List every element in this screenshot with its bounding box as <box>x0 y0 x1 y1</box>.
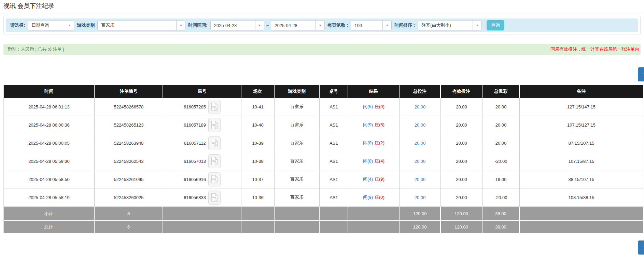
total-bet-link[interactable]: 20.00 <box>415 141 426 146</box>
total-total-bet: 120.00 <box>400 221 441 233</box>
subtotal-total-bet: 120.00 <box>400 207 441 220</box>
page-size-label: 每页笔数 : <box>327 22 348 28</box>
video-replay-button[interactable] <box>208 154 221 168</box>
col-header-session: 场次 <box>241 85 275 98</box>
round-number-cell: 616057013 <box>163 152 241 170</box>
total-bet-link[interactable]: 20.00 <box>415 104 426 109</box>
valid-bet: 20.00 <box>441 116 482 134</box>
game-category: 百家乐 <box>275 170 320 188</box>
round-number-cell: 616057285 <box>163 98 241 116</box>
remark: 108.15/88.15 <box>520 188 643 206</box>
game-category: 百家乐 <box>275 134 320 152</box>
video-replay-button[interactable] <box>208 100 221 114</box>
summary-bar: 币别：人民币 | 总共 :6 注单 | 同局有效投注，统一计算在该局第一张注单内 <box>3 44 641 55</box>
result-player: 闲(9) <box>363 122 373 128</box>
col-header-total-bet: 总投注 <box>400 85 441 98</box>
table-number: AS1 <box>320 170 348 188</box>
total-label: 总计 <box>4 221 95 233</box>
total-bet-link[interactable]: 20.00 <box>415 159 426 164</box>
pagination-page-1-bottom[interactable]: 1 <box>638 240 644 255</box>
payout: -20.00 <box>482 152 520 170</box>
table-number: AS1 <box>320 116 348 134</box>
bet-time: 2025-04-28 06:01:13 <box>4 98 95 116</box>
table-body: 2025-04-28 06:01:13 522458266578 6160572… <box>4 98 643 207</box>
session-number: 10-40 <box>241 116 275 134</box>
video-file-icon <box>211 175 218 184</box>
filter-panel: 请选择: 日期查询 游戏类别 百家乐 时间区间: 2025-04-28 ~ 20… <box>3 16 641 35</box>
remark: 87.15/107.15 <box>520 134 643 152</box>
result-banker: 庄(0) <box>375 194 384 200</box>
video-replay-button[interactable] <box>208 191 221 205</box>
time-order-label: 时间排序 : <box>394 22 415 28</box>
remark: 107.15/87.15 <box>520 152 643 170</box>
round-number-cell: 616057189 <box>163 116 241 134</box>
chevron-down-icon <box>255 21 264 30</box>
round-number: 616057013 <box>184 159 206 164</box>
chevron-down-icon <box>176 21 185 30</box>
total-count: 6 <box>95 221 163 233</box>
round-number-cell: 616056916 <box>163 170 241 188</box>
video-file-icon <box>211 102 218 111</box>
result-banker: 庄(4) <box>375 158 384 164</box>
remark: 127.15/147.15 <box>520 98 643 116</box>
subtotal-row: 小计 6 120.00 120.00 39.00 <box>4 207 643 220</box>
bet-number: 522458261095 <box>95 170 163 188</box>
time-order-value: 降幂(由大到小) <box>418 22 473 28</box>
video-replay-button[interactable] <box>208 136 221 150</box>
col-header-remark: 备注 <box>520 85 643 98</box>
game-category-label: 游戏类别 <box>77 22 95 28</box>
date-to-value: 2025-04-28 <box>271 23 316 28</box>
date-from-select[interactable]: 2025-04-28 <box>210 20 264 30</box>
table-row: 2025-04-28 06:00:05 522458263948 6160571… <box>4 134 643 152</box>
video-file-icon <box>211 193 218 202</box>
bet-number: 522458263948 <box>95 134 163 152</box>
game-result: 闲(4) 庄(9) <box>348 170 400 188</box>
valid-bet: 20.00 <box>441 170 482 188</box>
result-player: 闲(5) <box>363 104 373 110</box>
total-bet-link[interactable]: 20.00 <box>415 177 426 182</box>
table-number: AS1 <box>320 98 348 116</box>
payout: 20.00 <box>482 98 520 116</box>
bet-time: 2025-04-28 06:00:36 <box>4 116 95 134</box>
total-bet-link[interactable]: 20.00 <box>415 122 426 128</box>
col-header-table-no: 桌号 <box>320 85 348 98</box>
session-number: 10-41 <box>241 98 275 116</box>
game-category-select[interactable]: 百家乐 <box>97 20 185 30</box>
video-file-icon <box>211 157 218 166</box>
session-number: 10-37 <box>241 170 275 188</box>
currency-total-text: 币别：人民币 | 总共 :6 注单 | <box>8 46 64 52</box>
valid-bet: 20.00 <box>441 98 482 116</box>
search-button[interactable]: 查询 <box>487 20 504 30</box>
round-number: 616056916 <box>184 177 206 182</box>
total-valid-bet: 120.00 <box>441 221 482 233</box>
total-bet-link[interactable]: 20.00 <box>415 195 426 200</box>
time-order-select[interactable]: 降幂(由大到小) <box>418 20 482 30</box>
time-range-label: 时间区间: <box>188 22 207 28</box>
valid-bet: 20.00 <box>441 152 482 170</box>
page-size-value: 100 <box>351 23 382 28</box>
round-number: 616057189 <box>184 122 206 128</box>
page-size-select[interactable]: 100 <box>351 20 392 30</box>
table-row: 2025-04-28 05:58:19 522458260025 6160568… <box>4 188 643 207</box>
col-header-round-no: 局号 <box>163 85 241 98</box>
valid-bet-notice: 同局有效投注，统一计算在该局第一张注单内 <box>550 46 639 52</box>
game-result: 闲(8) 庄(2) <box>348 134 400 152</box>
video-replay-button[interactable] <box>208 118 221 132</box>
payout: 20.00 <box>482 116 520 134</box>
valid-bet: 20.00 <box>441 188 482 206</box>
game-result: 闲(8) 庄(4) <box>348 152 400 170</box>
video-file-icon <box>211 139 218 147</box>
date-range-tilde: ~ <box>266 23 269 28</box>
query-type-value: 日期查询 <box>28 22 65 28</box>
result-player: 闲(4) <box>363 176 373 182</box>
chevron-down-icon <box>316 21 324 30</box>
date-to-select[interactable]: 2025-04-28 <box>271 20 325 30</box>
query-type-select[interactable]: 日期查询 <box>28 20 74 30</box>
bet-records-table: 时间 注单编号 局号 场次 游戏类别 桌号 结果 总投注 有效投注 总派彩 备注… <box>3 85 643 233</box>
valid-bet: 20.00 <box>441 134 482 152</box>
table-row: 2025-04-28 06:01:13 522458266578 6160572… <box>4 98 643 116</box>
page-header: 视讯 会员下注纪录 <box>0 0 644 13</box>
table-number: AS1 <box>320 134 348 152</box>
video-replay-button[interactable] <box>208 172 221 186</box>
pagination-page-1-top[interactable]: 1 <box>638 67 644 81</box>
